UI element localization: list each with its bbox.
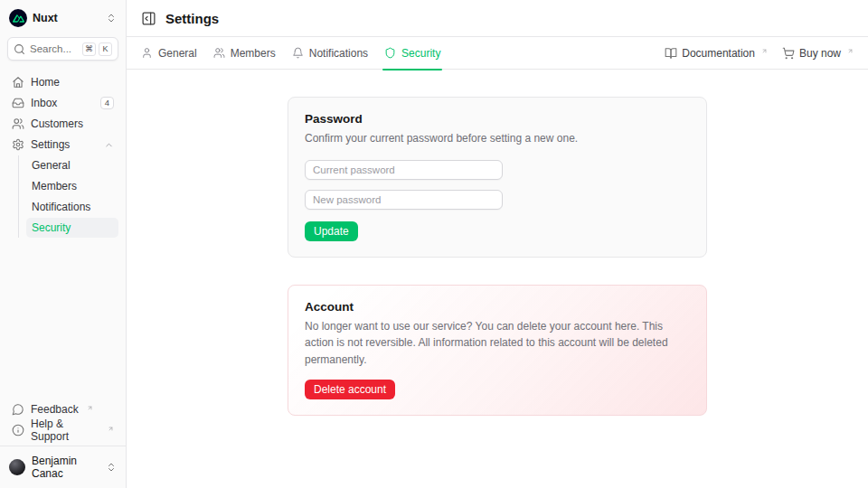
sidebar-item-label: Security [32,221,71,234]
tab-label: Members [231,47,276,60]
message-bubble-icon [12,403,24,416]
sidebar-item-label: Inbox [31,97,94,109]
users-icon [213,47,225,59]
kbd-meta: ⌘ [82,42,96,56]
tab-label: Security [401,47,440,60]
tab-label: General [158,47,197,60]
delete-account-button[interactable]: Delete account [305,380,395,399]
help-support-label: Help & Support [31,418,99,443]
tab-general[interactable]: General [141,37,197,70]
page-header: Settings [127,0,868,37]
documentation-label: Documentation [682,47,755,60]
sidebar-item-settings[interactable]: Settings [7,135,118,155]
buy-now-link[interactable]: Buy now [782,47,854,60]
sidebar-nav: Home Inbox 4 Customers Settings [7,72,118,238]
inbox-count-badge: 4 [100,97,114,109]
sidebar-item-customers[interactable]: Customers [7,114,118,134]
sidebar-item-general[interactable]: General [26,155,118,175]
nuxt-logo-icon [9,9,27,27]
customers-icon [12,117,24,130]
current-password-field[interactable] [305,160,503,180]
bell-icon [292,47,304,59]
password-card: Password Confirm your current password b… [288,97,707,258]
tab-notifications[interactable]: Notifications [292,37,368,70]
sidebar-item-notifications[interactable]: Notifications [26,197,118,217]
sidebar-item-inbox[interactable]: Inbox 4 [7,93,118,113]
documentation-link[interactable]: Documentation [665,47,768,60]
inbox-icon [12,97,24,109]
new-password-field[interactable] [305,190,503,210]
account-card-title: Account [305,300,690,314]
page-title: Settings [165,11,219,26]
kbd-k: K [99,42,112,56]
settings-security-content: Password Confirm your current password b… [127,70,868,488]
sidebar-collapse-icon[interactable] [141,11,156,26]
password-card-title: Password [305,112,690,126]
settings-tabs: General Members Notifications [141,37,440,70]
external-link-icon [87,405,93,411]
search-icon [14,43,25,55]
toolbar-actions: Documentation Buy now [665,47,854,60]
tab-security[interactable]: Security [384,37,440,70]
shopping-cart-icon [782,47,795,60]
password-card-description: Confirm your current password before set… [305,130,690,147]
sidebar: Nuxt Search... ⌘ K Home [0,0,127,488]
book-open-icon [665,47,677,60]
account-card: Account No longer want to use our servic… [288,285,707,417]
external-link-icon [108,426,114,432]
sidebar-item-label: Customers [31,117,114,130]
avatar [9,459,25,475]
sidebar-item-label: Notifications [32,201,90,213]
sidebar-item-label: General [32,159,71,172]
tab-label: Notifications [309,47,368,60]
shield-icon [384,47,396,59]
user-name: Benjamin Canac [32,455,99,480]
help-support-link[interactable]: Help & Support [7,420,118,440]
user-menu[interactable]: Benjamin Canac [7,446,118,488]
user-icon [141,47,153,59]
search-shortcut: ⌘ K [82,42,112,56]
toolbar: General Members Notifications [127,37,868,70]
sidebar-item-members[interactable]: Members [26,176,118,196]
info-circle-icon [12,424,24,436]
sidebar-item-label: Settings [31,138,98,151]
chevron-up-icon [104,140,114,150]
main-area: Settings General Members [127,0,868,488]
sidebar-item-label: Members [32,180,77,192]
chevron-up-down-icon [106,13,117,23]
external-link-icon [761,48,768,54]
feedback-link[interactable]: Feedback [7,399,118,419]
sidebar-item-label: Home [31,76,114,89]
app-root: Nuxt Search... ⌘ K Home [0,0,868,488]
sidebar-item-home[interactable]: Home [7,72,118,92]
account-card-description: No longer want to use our service? You c… [305,318,690,369]
workspace-switcher[interactable]: Nuxt [7,0,118,35]
chevron-up-down-icon [106,462,117,473]
gear-icon [12,138,24,151]
search-placeholder: Search... [30,43,78,54]
sidebar-spacer [7,238,118,399]
external-link-icon [847,48,854,54]
sidebar-item-security[interactable]: Security [26,218,118,238]
update-password-button[interactable]: Update [305,221,358,241]
workspace-name: Nuxt [33,12,100,24]
buy-now-label: Buy now [799,47,841,60]
sidebar-footer: Feedback Help & Support [7,399,118,446]
home-icon [12,76,24,89]
tab-members[interactable]: Members [213,37,276,70]
feedback-label: Feedback [31,403,79,416]
settings-subnav: General Members Notifications Security [18,155,118,238]
search-input[interactable]: Search... ⌘ K [7,37,118,61]
